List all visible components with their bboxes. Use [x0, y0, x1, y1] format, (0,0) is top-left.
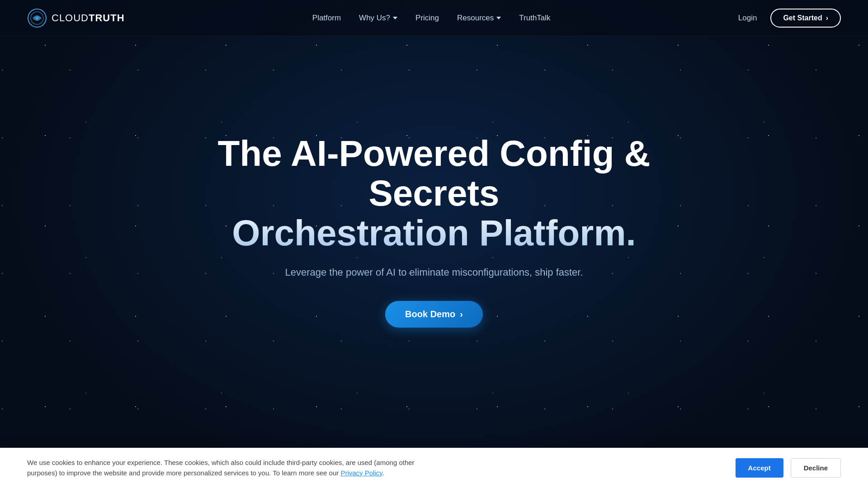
chevron-down-icon — [496, 17, 501, 19]
nav-truthtalk[interactable]: TruthTalk — [519, 14, 550, 23]
arrow-icon: › — [826, 14, 828, 22]
nav-pricing[interactable]: Pricing — [415, 14, 439, 23]
cloudtruth-logo-icon — [27, 8, 47, 28]
navbar: CLOUDTRUTH Platform Why Us? Pricing Reso… — [0, 0, 868, 36]
logo-link[interactable]: CLOUDTRUTH — [27, 8, 125, 28]
cookie-text: We use cookies to enhance your experienc… — [27, 458, 434, 478]
login-link[interactable]: Login — [738, 14, 757, 23]
logo-text: CLOUDTRUTH — [52, 12, 125, 24]
arrow-icon: › — [460, 309, 463, 319]
cookie-banner: We use cookies to enhance your experienc… — [0, 448, 868, 488]
book-demo-button[interactable]: Book Demo › — [385, 301, 483, 328]
nav-why-us[interactable]: Why Us? — [359, 14, 397, 23]
hero-section: The AI-Powered Config & Secrets Orchestr… — [0, 0, 868, 488]
cookie-buttons: Accept Decline — [736, 458, 841, 478]
hero-subtitle: Leverage the power of AI to eliminate mi… — [285, 267, 583, 278]
svg-point-2 — [36, 17, 38, 19]
accept-cookie-button[interactable]: Accept — [736, 458, 783, 478]
get-started-button[interactable]: Get Started › — [770, 9, 841, 28]
privacy-policy-link[interactable]: Privacy Policy — [340, 469, 382, 477]
decline-cookie-button[interactable]: Decline — [791, 458, 841, 478]
chevron-down-icon — [393, 17, 397, 19]
nav-links: Platform Why Us? Pricing Resources Truth… — [312, 14, 551, 23]
nav-right: Login Get Started › — [738, 9, 841, 28]
nav-resources[interactable]: Resources — [457, 14, 501, 23]
hero-title: The AI-Powered Config & Secrets Orchestr… — [185, 134, 683, 253]
nav-platform[interactable]: Platform — [312, 14, 341, 23]
